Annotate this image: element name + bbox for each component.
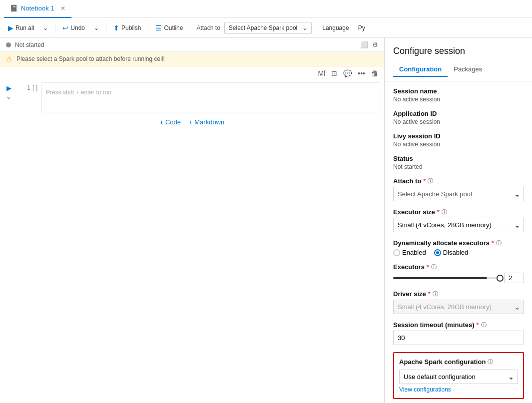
attach-info-icon[interactable]: ⓘ	[428, 177, 433, 185]
notebook-icon: 📓	[10, 4, 18, 12]
py-button[interactable]: Py	[354, 22, 369, 33]
spark-config-select[interactable]: Use default configuration ⌄	[399, 370, 518, 384]
notebook-area: Not started ⬜ ⚙ ⚠ Please select a Spark …	[0, 38, 385, 403]
code-editor[interactable]: Press shift + enter to run	[41, 82, 380, 112]
play-icon: ▶	[8, 24, 13, 32]
driver-info-icon[interactable]: ⓘ	[433, 290, 438, 298]
publish-icon: ⬆	[113, 24, 119, 32]
publish-button[interactable]: ⬆ Publish	[109, 22, 145, 34]
separator4	[190, 23, 190, 33]
radio-disabled-dot	[436, 251, 439, 254]
main-content: Not started ⬜ ⚙ ⚠ Please select a Spark …	[0, 38, 532, 403]
session-name-label: Session name	[393, 87, 524, 95]
attach-to-select-wrapper: Select Apache Spark pool ⌄	[393, 187, 524, 201]
radio-group: Enabled Disabled	[393, 249, 524, 256]
undo-button[interactable]: ↩ Undo	[58, 22, 89, 34]
spark-config-label-row: Apache Spark configuration ⓘ	[399, 358, 518, 366]
dynamic-allocate-label-row: Dynamically allocate executors * ⓘ	[393, 239, 524, 247]
session-name-field: Session name No active session	[393, 87, 524, 103]
chevron-down-icon2: ⌄	[94, 24, 99, 31]
attach-to-select[interactable]: Select Apache Spark pool ⌄	[393, 187, 524, 201]
executors-required: *	[427, 263, 429, 271]
maximize-icon[interactable]: ⬜	[360, 41, 368, 48]
chevron-down-icon: ⌄	[43, 24, 48, 31]
executor-info-icon[interactable]: ⓘ	[442, 208, 447, 216]
close-icon[interactable]: ✕	[60, 5, 65, 12]
more-icon[interactable]: •••	[356, 68, 367, 78]
comment-icon[interactable]: 💬	[341, 68, 354, 78]
add-markdown-button[interactable]: + Markdown	[189, 118, 224, 126]
attach-to-dropdown[interactable]: Select Apache Spark pool ⌄	[224, 22, 312, 34]
executor-size-label: Executor size	[393, 208, 435, 216]
livy-id-label: Livy session ID	[393, 132, 524, 140]
ml-icon[interactable]: Ml	[316, 68, 328, 78]
session-timeout-label: Session timeout (minutes)	[393, 321, 475, 329]
tab-label: Notebook 1	[21, 4, 54, 12]
config-body: Session name No active session Applicati…	[385, 81, 532, 403]
executor-size-select-wrapper: Small (4 vCores, 28GB memory) ⌄	[393, 218, 524, 232]
code-hint: Press shift + enter to run	[46, 89, 376, 96]
executor-size-select[interactable]: Small (4 vCores, 28GB memory) ⌄	[393, 218, 524, 232]
chevron-down-icon6: ⌄	[514, 303, 520, 311]
cell-run-button[interactable]: ▶ ⌄	[4, 82, 13, 102]
add-code-button[interactable]: + Code	[160, 118, 181, 126]
run-icon: ▶	[6, 84, 11, 92]
radio-enabled-label: Enabled	[402, 249, 426, 256]
timeout-info-icon[interactable]: ⓘ	[481, 321, 487, 329]
tab-configuration[interactable]: Configuration	[393, 62, 448, 77]
config-tabs: Configuration Packages	[393, 62, 524, 77]
separator3	[148, 23, 148, 33]
executors-field: Executors * ⓘ	[393, 263, 524, 283]
warning-icon: ⚠	[6, 55, 12, 63]
driver-size-select[interactable]: Small (4 vCores, 28GB memory) ⌄	[393, 300, 524, 314]
attach-to-field: Attach to * ⓘ Select Apache Spark pool ⌄	[393, 177, 524, 201]
warning-text: Please select a Spark pool to attach bef…	[16, 55, 165, 62]
radio-disabled-label: Disabled	[443, 249, 469, 256]
status-icons: ⬜ ⚙	[360, 41, 378, 48]
cell-container: ▶ ⌄ 1 [ ] Press shift + enter to run	[0, 80, 384, 114]
settings-icon[interactable]: ⚙	[372, 41, 378, 48]
spark-config-select-wrapper: Use default configuration ⌄	[399, 370, 518, 384]
radio-enabled[interactable]: Enabled	[393, 249, 426, 256]
app-id-label: Application ID	[393, 110, 524, 117]
executors-info-icon[interactable]: ⓘ	[431, 263, 437, 271]
slider-thumb[interactable]	[497, 275, 504, 282]
attach-to-label-row: Attach to * ⓘ	[393, 177, 524, 185]
config-status-field: Status Not started	[393, 155, 524, 170]
tab-packages[interactable]: Packages	[448, 62, 488, 77]
undo-icon: ↩	[62, 24, 68, 32]
config-header: Configure session Configuration Packages	[385, 38, 532, 81]
language-button[interactable]: Language	[318, 22, 353, 33]
attach-to-label: Attach to	[393, 177, 421, 185]
run-all-button[interactable]: ▶ Run all	[4, 22, 38, 34]
livy-id-value: No active session	[393, 141, 524, 148]
view-configs-link[interactable]: View configurations	[399, 386, 518, 393]
slider-track[interactable]	[393, 277, 500, 279]
session-timeout-field: Session timeout (minutes) * ⓘ	[393, 321, 524, 345]
split-icon[interactable]: ⊡	[329, 68, 339, 78]
attach-required: *	[423, 177, 426, 185]
attach-to-label: Attach to	[193, 24, 223, 31]
config-status-value: Not started	[393, 163, 524, 170]
driver-size-field: Driver size * ⓘ Small (4 vCores, 28GB me…	[393, 290, 524, 314]
session-timeout-input[interactable]	[393, 331, 524, 345]
config-panel: Configure session Configuration Packages…	[385, 38, 532, 403]
outline-button[interactable]: ☰ Outline	[151, 22, 187, 34]
separator1	[55, 23, 55, 33]
run-dropdown-button[interactable]: ⌄	[39, 22, 52, 33]
driver-size-label-row: Driver size * ⓘ	[393, 290, 524, 298]
dynamic-info-icon[interactable]: ⓘ	[496, 239, 502, 247]
delete-icon[interactable]: 🗑	[369, 68, 380, 78]
app-id-field: Application ID No active session	[393, 110, 524, 125]
app-id-value: No active session	[393, 118, 524, 125]
session-name-value: No active session	[393, 96, 524, 103]
dynamic-allocate-field: Dynamically allocate executors * ⓘ Enabl…	[393, 239, 524, 256]
spark-config-info-icon[interactable]: ⓘ	[488, 358, 493, 366]
chevron-down-icon5: ⌄	[514, 221, 520, 229]
radio-disabled[interactable]: Disabled	[434, 249, 469, 256]
undo-dropdown-button[interactable]: ⌄	[90, 22, 103, 33]
tab-notebook1[interactable]: 📓 Notebook 1 ✕	[4, 0, 71, 18]
expand-icon: ⌄	[6, 93, 11, 100]
executors-value[interactable]	[504, 273, 524, 283]
add-cell-bar: + Code + Markdown	[0, 114, 384, 130]
